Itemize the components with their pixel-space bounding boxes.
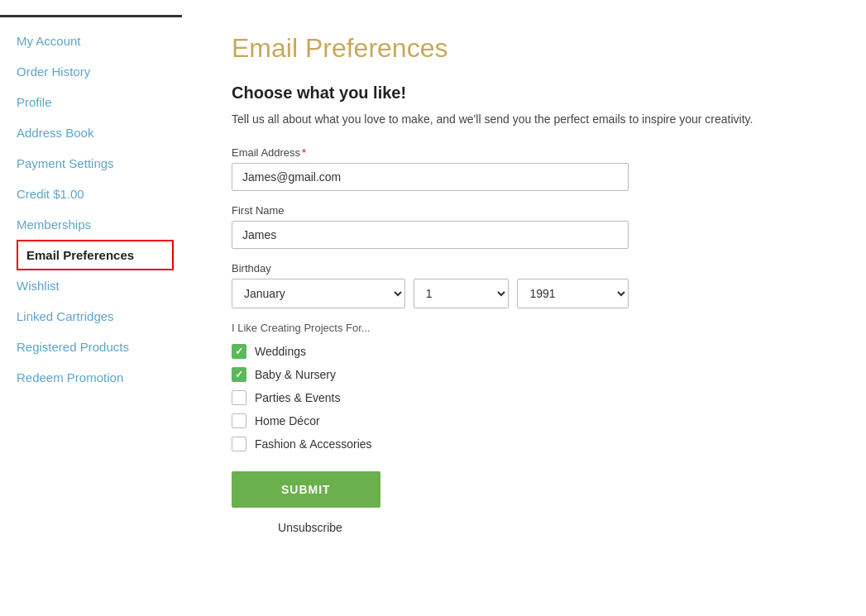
sidebar-item-profile[interactable]: Profile bbox=[17, 87, 182, 117]
firstname-field[interactable] bbox=[232, 221, 629, 249]
projects-label: I Like Creating Projects For... bbox=[232, 322, 833, 334]
checkbox-item-parties-events[interactable]: Parties & Events bbox=[232, 390, 833, 405]
sidebar-item-my-account[interactable]: My Account bbox=[17, 26, 182, 56]
sidebar-item-order-history[interactable]: Order History bbox=[17, 56, 182, 87]
checkbox-box-baby-nursery[interactable] bbox=[232, 367, 246, 382]
unsubscribe-link[interactable]: Unsubscribe bbox=[232, 521, 389, 534]
sidebar-item-linked-cartridges[interactable]: Linked Cartridges bbox=[17, 301, 182, 332]
main-content: Email Preferences Choose what you like! … bbox=[182, 8, 866, 616]
section-description: Tell us all about what you love to make,… bbox=[232, 111, 833, 128]
sidebar-item-redeem-promotion[interactable]: Redeem Promotion bbox=[17, 362, 182, 393]
birthday-label: Birthday bbox=[232, 262, 833, 275]
sidebar-item-email-preferences[interactable]: Email Preferences bbox=[17, 240, 174, 270]
checkbox-box-parties-events[interactable] bbox=[232, 390, 246, 405]
checkbox-label-weddings: Weddings bbox=[255, 345, 306, 358]
sidebar-item-wishlist[interactable]: Wishlist bbox=[17, 270, 182, 301]
checkbox-label-baby-nursery: Baby & Nursery bbox=[255, 368, 336, 381]
required-asterisk: * bbox=[302, 146, 306, 159]
checkbox-item-home-decor[interactable]: Home Décor bbox=[232, 413, 833, 428]
birthday-group: Birthday JanuaryFebruaryMarchAprilMayJun… bbox=[232, 262, 833, 308]
birthday-row: JanuaryFebruaryMarchAprilMayJuneJulyAugu… bbox=[232, 279, 629, 308]
sidebar-item-memberships[interactable]: Memberships bbox=[17, 209, 182, 240]
submit-button[interactable]: SUBMIT bbox=[232, 471, 380, 508]
sidebar-item-credit[interactable]: Credit $1.00 bbox=[17, 179, 182, 209]
checkbox-label-fashion-accessories: Fashion & Accessories bbox=[255, 437, 372, 451]
checkbox-box-home-decor[interactable] bbox=[232, 413, 246, 428]
sidebar-item-registered-products[interactable]: Registered Products bbox=[17, 332, 182, 362]
email-group: Email Address* bbox=[232, 146, 833, 191]
sidebar: My AccountOrder HistoryProfileAddress Bo… bbox=[0, 15, 182, 616]
checkbox-item-weddings[interactable]: Weddings bbox=[232, 344, 833, 359]
sidebar-item-payment-settings[interactable]: Payment Settings bbox=[17, 148, 182, 179]
checkbox-label-home-decor: Home Décor bbox=[255, 414, 320, 427]
checkbox-item-baby-nursery[interactable]: Baby & Nursery bbox=[232, 367, 833, 382]
email-field[interactable] bbox=[232, 163, 629, 191]
sidebar-item-address-book[interactable]: Address Book bbox=[17, 117, 182, 148]
checkbox-label-parties-events: Parties & Events bbox=[255, 391, 341, 404]
checkbox-item-fashion-accessories[interactable]: Fashion & Accessories bbox=[232, 437, 833, 451]
firstname-group: First Name bbox=[232, 204, 833, 249]
checkbox-box-weddings[interactable] bbox=[232, 344, 246, 359]
email-label: Email Address* bbox=[232, 146, 833, 159]
birthday-year-select[interactable]: 1930193119321933193419351936193719381939… bbox=[517, 279, 629, 308]
birthday-month-select[interactable]: JanuaryFebruaryMarchAprilMayJuneJulyAugu… bbox=[232, 279, 405, 308]
birthday-day-select[interactable]: 1234567891011121314151617181920212223242… bbox=[414, 279, 510, 308]
firstname-label: First Name bbox=[232, 204, 833, 217]
section-title: Choose what you like! bbox=[232, 84, 833, 103]
checkbox-box-fashion-accessories[interactable] bbox=[232, 437, 246, 451]
checkbox-list: WeddingsBaby & NurseryParties & EventsHo… bbox=[232, 344, 833, 451]
page-title: Email Preferences bbox=[232, 33, 833, 64]
